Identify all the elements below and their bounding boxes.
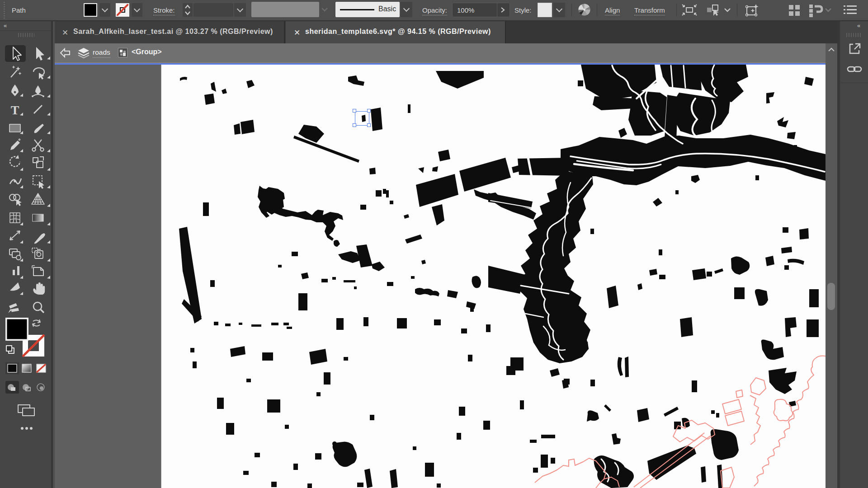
svg-text:T: T: [11, 103, 19, 117]
